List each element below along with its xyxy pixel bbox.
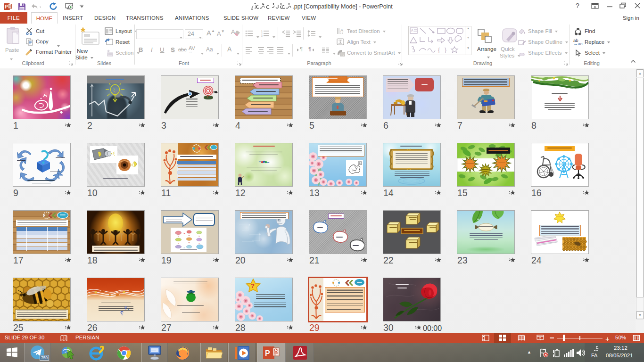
svg-text:A: A [340, 28, 343, 33]
svg-text:?: ? [251, 282, 255, 289]
svg-text:}: } [445, 47, 446, 53]
svg-text:P: P [265, 349, 270, 357]
svg-text:{: { [438, 47, 440, 53]
svg-text:3: 3 [261, 34, 263, 37]
svg-text:A: A [411, 29, 413, 32]
